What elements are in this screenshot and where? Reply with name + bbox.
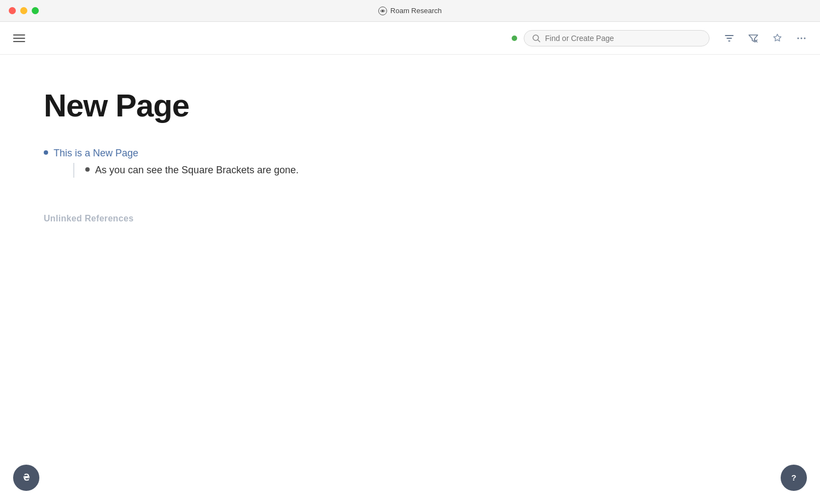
minimize-button[interactable] bbox=[20, 7, 27, 14]
svg-line-3 bbox=[538, 40, 540, 42]
search-input[interactable] bbox=[545, 34, 701, 43]
roam-logo-icon bbox=[378, 7, 387, 15]
app-title: Roam Research bbox=[378, 7, 442, 15]
main-content: New Page This is a New Page As you can s… bbox=[0, 55, 820, 245]
bullet-dot-icon bbox=[44, 150, 48, 155]
svg-point-6 bbox=[798, 37, 799, 39]
page-title: New Page bbox=[44, 87, 776, 124]
bullet-plain-text: As you can see the Square Brackets are g… bbox=[95, 163, 298, 178]
list-item: As you can see the Square Brackets are g… bbox=[85, 163, 298, 178]
window-controls bbox=[9, 7, 39, 14]
help-button[interactable]: ? bbox=[781, 465, 807, 491]
more-button[interactable] bbox=[794, 31, 809, 46]
nested-bullet-container: As you can see the Square Brackets are g… bbox=[73, 163, 298, 178]
search-bar[interactable] bbox=[524, 30, 710, 46]
shortcuts-button[interactable]: ₴ bbox=[13, 465, 39, 491]
more-icon bbox=[796, 33, 807, 44]
svg-text:₴: ₴ bbox=[23, 473, 30, 482]
list-item: This is a New Page As you can see the Sq… bbox=[44, 146, 776, 181]
svg-text:?: ? bbox=[791, 473, 796, 482]
unlinked-references-label: Unlinked References bbox=[44, 214, 776, 224]
toolbar-actions bbox=[722, 31, 809, 46]
filter-alt-button[interactable] bbox=[746, 31, 761, 46]
app-name-label: Roam Research bbox=[390, 7, 442, 15]
currency-sign-icon: ₴ bbox=[20, 472, 32, 484]
svg-point-8 bbox=[804, 37, 806, 39]
help-icon: ? bbox=[788, 472, 800, 484]
star-button[interactable] bbox=[770, 31, 785, 46]
bullet-list: This is a New Page As you can see the Sq… bbox=[44, 146, 776, 181]
svg-point-1 bbox=[382, 10, 384, 12]
menu-button[interactable] bbox=[11, 32, 27, 44]
bullet-dot-icon bbox=[85, 167, 90, 172]
bullet-link-text[interactable]: This is a New Page bbox=[54, 148, 138, 159]
maximize-button[interactable] bbox=[32, 7, 39, 14]
toolbar bbox=[0, 22, 820, 55]
close-button[interactable] bbox=[9, 7, 16, 14]
filter-button[interactable] bbox=[722, 31, 737, 46]
filter-icon bbox=[724, 33, 735, 44]
star-icon bbox=[772, 33, 783, 44]
search-icon bbox=[532, 34, 541, 43]
status-indicator bbox=[512, 36, 517, 41]
svg-point-7 bbox=[801, 37, 803, 39]
filter-alt-icon bbox=[748, 33, 759, 44]
titlebar: Roam Research bbox=[0, 0, 820, 22]
